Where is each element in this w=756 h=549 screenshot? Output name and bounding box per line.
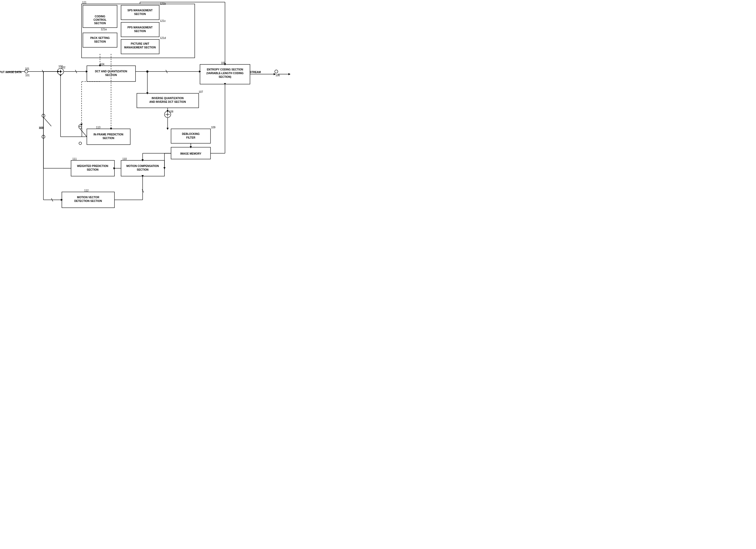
coding-control-ref-121a: 121a <box>101 28 107 31</box>
coding-control-label2: CONTROL <box>93 18 106 21</box>
weighted-pred-label2: SECTION <box>87 168 98 171</box>
weighted-pred-label1: WEIGHTED PREDICTION <box>77 165 108 168</box>
label-102: 102 <box>58 65 63 68</box>
svg-line-4 <box>43 117 51 126</box>
ref-121b: 121b <box>160 2 166 5</box>
ref-113: 113 <box>96 126 101 129</box>
picture-unit-label1: PICTURE UNIT <box>131 42 149 45</box>
coding-control-label: CODING <box>95 15 105 18</box>
ref-121d: 121d <box>160 37 166 39</box>
sps-label2: SECTION <box>134 13 146 16</box>
ref-111: 111 <box>72 158 77 160</box>
entropy-label3: SECTION) <box>219 76 231 78</box>
tick-mv <box>142 189 144 193</box>
sps-label1: SPS MANAGEMENT <box>127 9 153 12</box>
stream-label: STREAM <box>250 71 261 74</box>
junction-at-sub <box>60 71 61 72</box>
entropy-label2: (VARIABLE-LENGTH CODING <box>207 72 244 75</box>
motion-vector-label1: MOTION VECTOR <box>77 196 99 199</box>
arrow-to-deblock <box>167 128 169 130</box>
deblocking-label1: DEBLOCKING <box>182 133 199 135</box>
switch-bottom-node <box>79 142 82 145</box>
ref-121c: 121c <box>160 19 166 22</box>
inv-quant-label2: AND INVERSE DCT SECTION <box>149 101 186 103</box>
image-memory-label: IMAGE MEMORY <box>180 152 202 155</box>
motion-comp-label1: MOTION COMPENSATION <box>126 165 159 168</box>
motion-comp-label2: SECTION <box>137 168 148 171</box>
pps-label1: PPS MANAGEMENT <box>127 26 153 29</box>
switch-diagonal <box>80 129 87 137</box>
ref-112: 112 <box>84 189 89 192</box>
pack-setting-label2: SECTION <box>94 40 106 43</box>
pps-label2: SECTION <box>134 30 146 33</box>
ref-108: 108 <box>169 110 173 113</box>
in-frame-label1: IN-FRAME PREDICTION <box>93 133 123 136</box>
motion-vector-label2: DETECTION SECTION <box>74 200 102 203</box>
ref-110: 110 <box>122 158 127 160</box>
ref-101: 101 <box>25 74 30 77</box>
arrow-stream <box>288 73 291 75</box>
input-node-101 <box>25 70 28 73</box>
ref-109: 109 <box>211 126 216 129</box>
inv-quant-label1: INVERSE QUANTIZATION <box>152 97 183 100</box>
label-101: 101 <box>25 67 29 70</box>
arrow-inframe-to-sub <box>59 75 62 76</box>
entropy-label1: ENTROPY CODING SECTION <box>207 68 243 71</box>
picture-unit-label2: MANAGEMENT SECTION <box>124 46 156 49</box>
ref-121: 121 <box>82 1 87 4</box>
label-103: 103 <box>39 127 43 129</box>
in-frame-label2: SECTION <box>103 137 114 140</box>
ref-107: 107 <box>199 91 203 93</box>
coding-control-label3: SECTION <box>94 22 106 25</box>
input-image-label: INPUT IMAGE DATA <box>0 71 22 74</box>
pack-setting-label1: PACK SETTING <box>90 37 110 39</box>
switch-top-node <box>79 126 82 129</box>
deblocking-label2: FILTER <box>186 136 196 139</box>
output-node-106 <box>275 70 278 73</box>
